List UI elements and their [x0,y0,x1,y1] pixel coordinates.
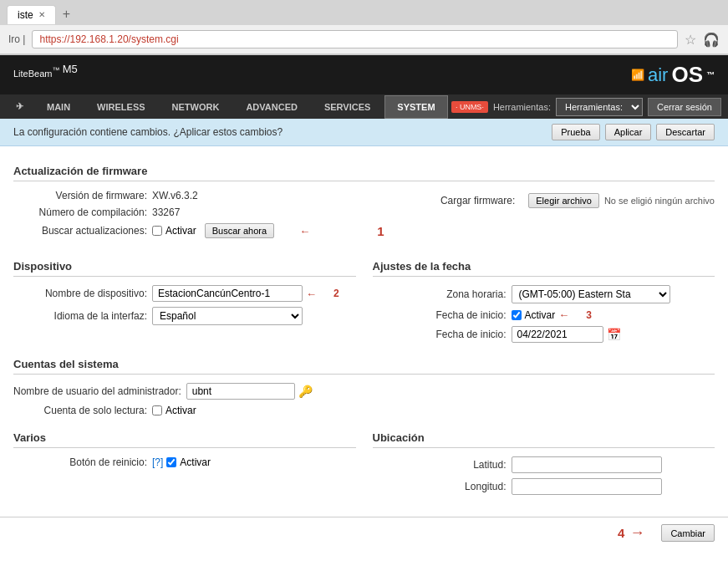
aplicar-button[interactable]: Aplicar [605,124,652,140]
key-icon[interactable]: 🔑 [298,385,313,398]
os-text: OS [671,62,703,88]
start-date-label: Fecha de inicio: [373,329,507,340]
firmware-left: Versión de firmware: XW.v6.3.2 Número de… [13,190,384,243]
tab-close-icon[interactable]: ✕ [38,10,45,19]
annotation-4: 4 [618,526,624,540]
alert-bar: La configuración contiene cambios. ¿Apli… [0,119,728,146]
ubicacion-section-header: Ubicación [373,431,715,448]
firmware-right: Cargar firmware: Elegir archivo No se el… [440,193,715,208]
activate-updates-checkbox[interactable] [152,226,162,236]
readonly-label: Cuenta de solo lectura: [13,405,147,416]
headphone-icon: 🎧 [703,32,720,48]
tools-dropdown[interactable]: Herramientas: [556,98,643,116]
prueba-button[interactable]: Prueba [552,124,599,140]
start-date-activate-label: Fecha de inicio: [373,309,507,321]
timezone-row: Zona horaria: (GMT-05:00) Eastern Sta [373,285,715,303]
reset-help[interactable]: [?] [152,456,163,468]
admin-input[interactable] [186,383,295,400]
nav-services[interactable]: SERVICES [312,95,383,119]
lang-label: Idioma de la interfaz: [13,310,147,322]
new-tab-button[interactable]: + [56,3,77,25]
varios-ubicacion-section: Varios Botón de reinicio: [?] Activar Ub… [13,421,715,500]
device-name-input[interactable] [152,285,303,302]
lon-input[interactable] [512,478,662,495]
descartar-button[interactable]: Descartar [656,124,715,140]
activate-date-checkbox[interactable] [512,310,522,320]
browser-tab[interactable]: iste ✕ [7,5,56,24]
activate-updates-label: Activar [165,225,196,237]
firmware-build-value: 33267 [152,206,180,218]
tab-title: iste [18,9,33,21]
timezone-label: Zona horaria: [373,288,507,300]
firmware-build-label: Número de compilación: [13,206,147,218]
tools-label: Herramientas: [493,102,551,112]
accounts-section-header: Cuentas del sistema [13,358,715,375]
airos-logo: 📶 airOS™ [631,62,715,88]
annotation-1: 1 [377,224,384,238]
choose-file-button[interactable]: Elegir archivo [528,193,599,208]
alert-message: La configuración contiene cambios. ¿Apli… [13,126,283,138]
readonly-row: Cuenta de solo lectura: Activar [13,405,715,416]
unms-badge: · UNMS· [451,101,488,113]
lat-input[interactable] [512,456,662,473]
date-section-header: Ajustes de la fecha [373,260,715,277]
search-now-button[interactable]: Buscar ahora [205,223,274,238]
lang-select[interactable]: Español English [152,307,303,325]
lang-row: Idioma de la interfaz: Español English [13,307,356,325]
nav-system[interactable]: SYSTEM [384,95,447,119]
bottom-bar: 4 → Cambiar [0,517,728,548]
admin-row: Nombre de usuario del administrador: 🔑 [13,383,715,400]
annotation-2: 2 [333,288,339,299]
device-section-header: Dispositivo [13,260,356,277]
timezone-select[interactable]: (GMT-05:00) Eastern Sta [512,285,670,303]
no-file-text: No se eligió ningún archivo [604,196,715,206]
ubicacion-col: Ubicación Latitud: Longitud: [373,421,715,500]
url-bar[interactable]: https://192.168.1.20/system.cgi [32,30,678,48]
varios-section-header: Varios [13,431,356,448]
content: Actualización de firmware Versión de fir… [0,146,728,508]
lon-row: Longitud: [373,478,715,495]
upload-label: Cargar firmware: [440,195,515,206]
browser-chrome: iste ✕ + Iro | https://192.168.1.20/syst… [0,0,728,55]
firmware-updates-row: Buscar actualizaciones: Activar Buscar a… [13,223,384,238]
readonly-activate-label: Activar [165,405,196,416]
varios-col: Varios Botón de reinicio: [?] Activar [13,421,356,500]
nav-advanced[interactable]: ADVANCED [233,95,310,119]
app-header: LiteBeam™ M5 📶 airOS™ [0,55,728,94]
brand-tm: ™ [52,66,59,74]
device-name-row: Nombre de dispositivo: ← 2 [13,285,356,302]
nav-wireless[interactable]: WIRELESS [84,95,157,119]
nav-bar: ✈ MAIN WIRELESS NETWORK ADVANCED SERVICE… [0,94,728,119]
bookmark-icon[interactable]: ☆ [685,32,696,48]
tab-bar: iste ✕ + [0,0,728,25]
app: LiteBeam™ M5 📶 airOS™ ✈ MAIN WIRELESS NE… [0,55,728,548]
lat-row: Latitud: [373,456,715,473]
os-tm: ™ [706,70,715,79]
firmware-version-label: Versión de firmware: [13,190,147,201]
reset-activate-label: Activar [180,456,211,468]
reset-label: Botón de reinicio: [13,456,147,468]
change-button[interactable]: Cambiar [661,524,715,542]
firmware-updates-label: Buscar actualizaciones: [13,225,147,237]
browser-prefix: Iro | [8,33,25,45]
start-date-input[interactable] [512,326,603,343]
firmware-version-row: Versión de firmware: XW.v6.3.2 [13,190,384,201]
nav-main[interactable]: MAIN [34,95,83,119]
logout-button[interactable]: Cerrar sesión [648,98,721,116]
start-date-activate-row: Fecha de inicio: Activar ← 3 [373,308,715,321]
calendar-icon[interactable]: 📅 [607,328,621,341]
brand-name: LiteBeam™ M5 [13,69,78,79]
readonly-checkbox[interactable] [152,405,162,415]
browser-icons: ☆ 🎧 [685,32,720,48]
alert-buttons: Prueba Aplicar Descartar [552,124,715,140]
nav-icon[interactable]: ✈ [7,94,33,119]
device-name-label: Nombre de dispositivo: [13,288,147,299]
admin-label: Nombre de usuario del administrador: [13,385,181,397]
nav-network[interactable]: NETWORK [160,95,232,119]
device-col: Dispositivo Nombre de dispositivo: ← 2 I… [13,250,356,348]
reset-checkbox[interactable] [166,457,176,467]
start-date-row: Fecha de inicio: 📅 [373,326,715,343]
air-text: air [648,64,668,86]
brand-logo: LiteBeam™ M5 [13,63,78,87]
annotation-3: 3 [586,309,592,321]
